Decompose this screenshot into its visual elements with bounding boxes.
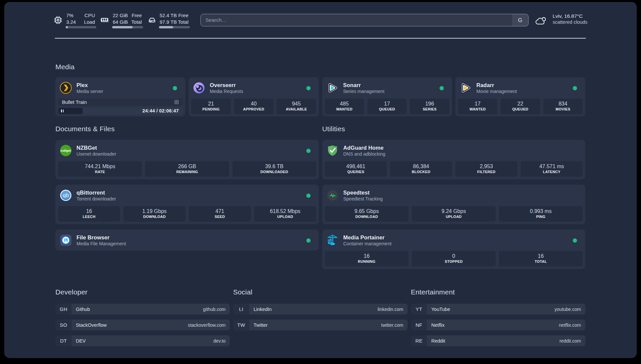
bookmark-item[interactable]: GH Github github.com xyxy=(55,304,230,315)
stat-block: 40 APPROVED xyxy=(234,99,273,114)
dashboard: 7% 3.24 CPU Load 22 GiB 64 GiB Free Tota… xyxy=(4,2,637,358)
weather-location-temp: Lviv, 16.87°C xyxy=(553,13,588,19)
status-dot-online xyxy=(573,86,577,90)
service-name: Media Portainer xyxy=(343,234,391,241)
bookmark-name: Github xyxy=(76,307,90,312)
service-description: Media Requests xyxy=(210,88,243,94)
service-card[interactable]: AdGuard Home DNS and adblocking 498,461 … xyxy=(322,140,585,179)
stat-block: 22 QUEUED xyxy=(501,99,540,114)
service-card[interactable]: File Browser Media File Management xyxy=(55,229,319,251)
status-dot-online xyxy=(573,238,577,243)
bookmark-url: twitter.com xyxy=(381,322,403,328)
resource-progressbar xyxy=(112,26,143,28)
stat-value: 17 xyxy=(367,101,407,107)
weather-widget: Lviv, 16.87°C scattered clouds xyxy=(534,13,588,26)
bookmark-item[interactable]: TW Twitter twitter.com xyxy=(233,319,408,330)
stat-row: 485 WANTED 17 QUEUED 196 SERIES xyxy=(325,99,449,114)
service-card[interactable]: Speedtest Speedtest Tracking 9.65 Gbps D… xyxy=(322,185,585,224)
stat-row: 21 PENDING 40 APPROVED 945 AVAILABLE xyxy=(191,99,316,114)
service-card[interactable]: Overseerr Media Requests 21 PENDING 40 A… xyxy=(189,77,319,116)
stat-label: RATE xyxy=(58,169,142,174)
stat-block: 498,461 QUERIES xyxy=(325,161,387,177)
service-header: File Browser Media File Management xyxy=(60,234,315,247)
bookmark-group-title: Social xyxy=(233,288,408,296)
stat-block: 834 MOVIES xyxy=(543,99,583,114)
plex-logo xyxy=(60,82,72,94)
stat-label: DOWNLOAD xyxy=(123,214,185,219)
stat-label: WANTED xyxy=(458,107,497,111)
stat-value: 86,384 xyxy=(390,163,452,169)
stat-row: 498,461 QUERIES 86,384 BLOCKED 2,953 FIL… xyxy=(325,161,583,177)
status-dot-online xyxy=(173,86,177,90)
stat-value: 196 xyxy=(410,101,449,107)
player-progress-row[interactable]: 24:44 / 02:06:47 xyxy=(58,107,183,114)
stat-block: 39.6 TB DOWNLOADED xyxy=(232,161,316,177)
bookmark-abbr: NF xyxy=(411,319,427,330)
bookmark-item[interactable]: SO StackOverflow stackoverflow.com xyxy=(55,319,230,330)
qbittorrent-logo: qb xyxy=(60,189,72,202)
stat-value: 39.6 TB xyxy=(232,163,316,169)
service-card[interactable]: nzbget NZBGet Usenet downloader 744.21 M… xyxy=(55,140,319,179)
search-provider-button[interactable]: G xyxy=(512,14,528,26)
stat-block: 16 TOTAL xyxy=(499,251,583,266)
bookmark-group-title: Developer xyxy=(55,288,230,296)
service-header: Sonarr Series management xyxy=(326,82,448,94)
service-name: NZBGet xyxy=(76,145,116,151)
status-dot-online xyxy=(306,238,311,243)
stat-block: 266 GB REMAINING xyxy=(145,161,229,177)
bookmark-item[interactable]: NF Netflix netflix.com xyxy=(411,319,585,330)
service-description: Media server xyxy=(76,88,103,94)
search-input[interactable] xyxy=(201,14,512,26)
overseerr-logo xyxy=(193,82,205,94)
stat-value: 485 xyxy=(325,101,364,107)
bookmark-url: stackoverflow.com xyxy=(188,322,226,328)
bookmark-abbr: GH xyxy=(55,304,72,315)
stat-label: APPROVED xyxy=(234,107,273,111)
stat-block: 9.24 Gbps UPLOAD xyxy=(412,206,496,222)
stat-value: 2,953 xyxy=(455,163,517,169)
service-name: Overseerr xyxy=(210,82,243,88)
stat-block: 16 LEECH xyxy=(58,206,120,222)
stat-row: 9.65 Gbps DOWNLOAD 9.24 Gbps UPLOAD 0.99… xyxy=(325,206,583,222)
stat-block: 0 STOPPED xyxy=(412,251,496,266)
service-card[interactable]: Radarr Movie management 17 WANTED 22 QUE… xyxy=(455,77,585,116)
service-description: DNS and adblocking xyxy=(343,151,385,157)
stat-block: 485 WANTED xyxy=(325,99,364,114)
bookmark-abbr: DT xyxy=(55,335,72,346)
now-playing-title: Bullet Train xyxy=(62,99,174,106)
service-name: Speedtest xyxy=(343,190,383,196)
stat-value: 1.19 Gbps xyxy=(123,208,185,214)
resource-label: CPU xyxy=(66,12,95,19)
stat-label: PENDING xyxy=(191,107,230,111)
pause-icon[interactable] xyxy=(61,109,64,113)
bookmark-group: Entertainment YT YouTube youtube.com NF … xyxy=(411,288,585,346)
service-name: Sonarr xyxy=(343,82,384,88)
stat-row: 17 WANTED 22 QUEUED 834 MOVIES xyxy=(458,99,583,114)
service-name: File Browser xyxy=(76,234,126,241)
bookmark-item[interactable]: YT YouTube youtube.com xyxy=(411,304,585,315)
service-card[interactable]: Sonarr Series management 485 WANTED 17 Q… xyxy=(322,77,452,116)
service-card[interactable]: qb qBittorrent Torrent downloader 16 LEE… xyxy=(55,185,319,224)
section-title-documents: Documents & Files xyxy=(55,125,115,133)
stat-label: SERIES xyxy=(410,107,449,111)
bookmark-abbr: SO xyxy=(55,319,72,330)
service-card[interactable]: Plex Media server Bullet Train 24:44 / 0… xyxy=(55,77,185,116)
service-card[interactable]: Media Portainer Container management 16 … xyxy=(322,229,585,269)
section-title-utilities: Utilities xyxy=(322,125,345,133)
stat-row: 16 RUNNING 0 STOPPED 16 TOTAL xyxy=(325,251,583,266)
stat-value: 471 xyxy=(189,208,251,214)
bookmark-name: Netflix xyxy=(431,322,444,328)
bookmark-abbr: LI xyxy=(233,304,249,315)
service-description: Speedtest Tracking xyxy=(343,196,383,202)
service-description: Container management xyxy=(343,241,391,247)
pause-bar xyxy=(63,109,64,113)
now-playing-row[interactable]: Bullet Train xyxy=(58,99,183,106)
bookmark-item[interactable]: RE Reddit reddit.com xyxy=(411,335,585,346)
bookmark-item[interactable]: DT DEV dev.to xyxy=(55,335,230,346)
header-divider xyxy=(55,38,586,39)
svg-text:nzbget: nzbget xyxy=(61,149,71,152)
stat-row: 744.21 Mbps RATE 266 GB REMAINING 39.6 T… xyxy=(58,161,316,177)
bookmark-item[interactable]: LI LinkedIn linkedin.com xyxy=(233,304,408,315)
stat-value: 266 GB xyxy=(145,163,229,169)
service-header: Overseerr Media Requests xyxy=(193,82,314,94)
